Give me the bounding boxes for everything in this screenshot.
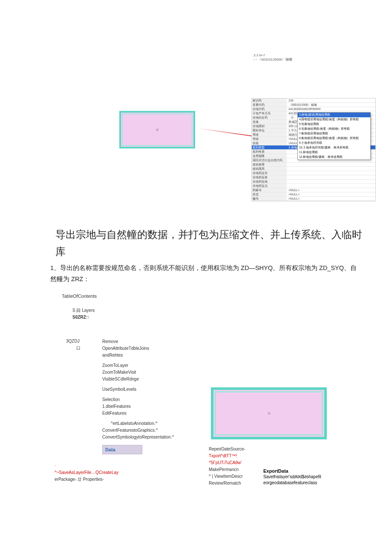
menu-visible-range[interactable]: VisibleSCdleRdnge bbox=[102, 376, 194, 383]
attr-key: 等级 bbox=[252, 137, 287, 141]
attr-row[interactable]: 幢号<NULL> bbox=[252, 197, 375, 201]
section-heading: 导出宗地与自然幢的数据，并打包为压缩文件、并上传系统、入临时库 bbox=[55, 226, 362, 260]
export-dt[interactable]: Txport^dtTT™! bbox=[209, 453, 245, 459]
parcel-preview-large: ✕ bbox=[211, 387, 327, 439]
attr-row[interactable]: 状态<NULL> bbox=[252, 192, 375, 197]
attr-row[interactable]: 宗地四至西 bbox=[252, 175, 375, 180]
parcel-preview: ✕ bbox=[119, 111, 195, 148]
attr-key: 宗地面积 bbox=[252, 124, 287, 128]
dropdown-option[interactable]: 11.林地使用权 bbox=[298, 150, 370, 155]
attr-key: 宗地四至北 bbox=[252, 184, 287, 188]
attr-key: 权利类型 bbox=[252, 145, 287, 149]
menu-convert-graphics[interactable]: ConvertFeaturestoGraphics.^ bbox=[102, 427, 194, 434]
attr-row[interactable]: 档案号<NULL> bbox=[252, 188, 375, 192]
attr-key: 宗地四至南 bbox=[252, 180, 287, 183]
make-permanent[interactable]: MakePermancn bbox=[209, 466, 245, 473]
attr-key: 宗地代码 bbox=[252, 107, 287, 111]
qzdj-label: 3QZDJ 口 bbox=[66, 338, 81, 352]
menu-dbel[interactable]: 1.dbelFeatures bbox=[102, 403, 194, 410]
attr-key: 状态 bbox=[252, 192, 287, 196]
dropdown-option[interactable]: 10.土地承包经营权/森林、林木所有权 bbox=[298, 145, 370, 150]
attr-key: 标识码 bbox=[252, 99, 287, 102]
attr-value[interactable] bbox=[287, 163, 375, 166]
export-data-heading: ExportData bbox=[263, 468, 321, 474]
top-screenshot-area: 2;1·0⌐7 ▫ ◦ 〈00310120000〉顿嗪 ✕ 标识码156要素代码… bbox=[55, 55, 375, 226]
attr-value[interactable]: 4413020010015R99999 bbox=[287, 107, 375, 111]
export-desc-1: Savethislayer'sd∂t∂d$∂shapefil bbox=[263, 474, 321, 480]
export-symbols: ^5ГpUTıTuCAθw′ bbox=[209, 459, 245, 466]
attr-key: 坐落 bbox=[252, 120, 287, 124]
attr-value[interactable]: 156 bbox=[287, 99, 375, 102]
attr-key: 面积单位 bbox=[252, 128, 287, 132]
attr-row[interactable]: 宗地四至东 bbox=[252, 171, 375, 175]
menu-open-attr[interactable]: OpenAttributeTdbleJoins bbox=[102, 345, 194, 352]
attr-key: 权利性质 bbox=[252, 150, 287, 154]
rule-text: 1、导出的名称需要按规范命名，否则系统不能识别，使用权宗地为 ZD—SHYQ、所… bbox=[50, 262, 362, 285]
attr-key: 宗地特征码 bbox=[252, 116, 287, 119]
attr-value[interactable] bbox=[287, 184, 375, 188]
menu-convert-repr[interactable]: ConvertSymbologytoRepresentation.^ bbox=[102, 434, 194, 441]
dropdown-option[interactable]: 5.宅基地使用权 bbox=[298, 122, 370, 127]
save-as-layer[interactable]: ^~SaveAsLayerFile…QCreateLay bbox=[55, 470, 118, 475]
attr-row[interactable]: 标识码156 bbox=[252, 99, 375, 103]
menu-edit-features[interactable]: EditFeatures bbox=[102, 410, 194, 417]
dropdown-option[interactable]: 8.集体建设用地使用权/房屋（构筑物）所有权 bbox=[298, 136, 370, 141]
attr-value[interactable]: 〈0001012000〉顿嗪 bbox=[287, 103, 375, 107]
top-header-text: 2;1·0⌐7 ▫ ◦ 〈00310120000〉顿嗪 bbox=[254, 53, 292, 62]
export-tooltip: ExportData Savethislayer'sd∂t∂d$∂shapefi… bbox=[263, 468, 321, 486]
context-menu-column: Remove OpenAttributeTdbleJoins andRehtes… bbox=[102, 338, 194, 454]
menu-zoom-layer[interactable]: ZoomToLayer bbox=[102, 362, 194, 369]
data-button[interactable]: Data bbox=[102, 445, 142, 454]
attr-key: 幢号 bbox=[252, 197, 287, 200]
review-rematch[interactable]: Review/Rematch bbox=[209, 480, 245, 487]
menu-remove[interactable]: Remove bbox=[102, 338, 194, 345]
attr-value[interactable]: <NULL> bbox=[287, 188, 375, 192]
attr-key: 要素代码 bbox=[252, 103, 287, 107]
menu-and-relates[interactable]: andRehtes bbox=[102, 352, 194, 359]
x-mark-icon: ✕ bbox=[156, 128, 159, 132]
view-item-descr[interactable]: ^ | ViewItemDescr bbox=[209, 473, 245, 480]
attr-value[interactable] bbox=[287, 171, 375, 175]
menu-symbol-levels[interactable]: UseSymbolLevels bbox=[102, 386, 194, 393]
qzdj-l1: 3QZDJ bbox=[66, 338, 81, 345]
dropdown-option[interactable]: 9.土地承包经营权 bbox=[298, 141, 370, 145]
attr-row[interactable]: 宗地四至南 bbox=[252, 180, 375, 184]
attr-value[interactable]: <NULL> bbox=[287, 197, 375, 200]
scale-line: 2;1·0⌐7 bbox=[254, 53, 292, 57]
attr-row[interactable]: 建筑密度 bbox=[252, 163, 375, 167]
data-submenu-notes: RepeirDateSource- Txport^dtTT™! ^5ГpUTıT… bbox=[209, 446, 245, 487]
attr-key: 价格 bbox=[252, 141, 287, 145]
save-layer-lines: ^~SaveAsLayerFile…QCreateLay erPackage-.… bbox=[55, 469, 118, 483]
dropdown-option[interactable]: 6.宅基地使用权/房屋（构筑物）所有权 bbox=[298, 127, 370, 131]
attr-key: 使用期限 bbox=[252, 154, 287, 158]
create-layer-pkg[interactable]: erPackage-.廿 Properties- bbox=[55, 477, 104, 482]
attr-key: 建筑密度 bbox=[252, 163, 287, 166]
attr-row[interactable]: 要素代码〈0001012000〉顿嗪 bbox=[252, 103, 375, 107]
attr-key: 宗地四至东 bbox=[252, 171, 287, 175]
attr-key: 宗地四至西 bbox=[252, 175, 287, 179]
dropdown-option[interactable]: 7.集体建设用地使用权 bbox=[298, 131, 370, 136]
toc-zrz: S0ZRZ□ bbox=[72, 314, 95, 321]
toc-lines: S 回 Layers S0ZRZ□ bbox=[72, 307, 95, 321]
dropdown-option[interactable]: 4.国有建设用地使用权/房屋（构筑物）所有权 bbox=[298, 117, 370, 122]
menu-selection[interactable]: Selection bbox=[102, 396, 194, 403]
dropdown-option[interactable]: 12.林地使用权/森林、林木使用权 bbox=[298, 155, 370, 160]
attr-key: 用途 bbox=[252, 133, 287, 137]
menu-zoom-make[interactable]: ZoomToMakeVisit bbox=[102, 369, 194, 376]
attr-value[interactable] bbox=[287, 175, 375, 179]
attr-key: 国民经济行业分类代码 bbox=[252, 158, 287, 162]
repair-data-source[interactable]: RepeirDateSource- bbox=[209, 446, 245, 453]
attr-row[interactable]: 宗地四至北 bbox=[252, 184, 375, 188]
attr-row[interactable]: 宗地代码4413020010015R99999 bbox=[252, 107, 375, 111]
attr-value[interactable] bbox=[287, 180, 375, 183]
menu-convert-ann[interactable]: ^ertLabelstoAnnotation.^ bbox=[102, 420, 194, 427]
attr-row[interactable]: 建筑限高 bbox=[252, 167, 375, 171]
toc-layers: S 回 Layers bbox=[72, 307, 95, 314]
qzdj-l2: 口 bbox=[66, 345, 81, 352]
attr-value[interactable]: <NULL> bbox=[287, 192, 375, 196]
toc-title: TableOfContents bbox=[62, 293, 97, 299]
attr-value[interactable] bbox=[287, 167, 375, 171]
x-mark-icon: ✕ bbox=[267, 411, 271, 416]
qllx-dropdown[interactable]: 3.房地(建设)用地使用权4.国有建设用地使用权/房屋（构筑物）所有权5.宅基地… bbox=[297, 112, 371, 160]
dropdown-option[interactable]: 3.房地(建设)用地使用权 bbox=[298, 113, 370, 117]
